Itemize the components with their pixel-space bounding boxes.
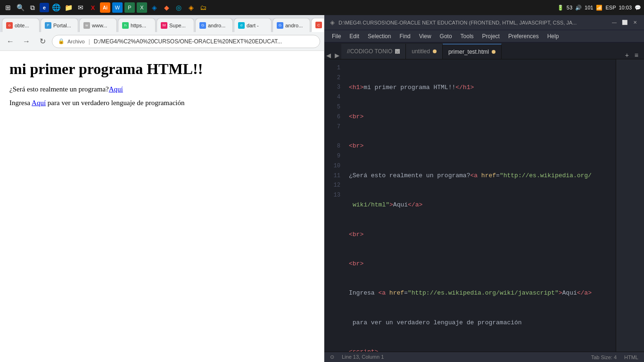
menu-find[interactable]: Find: [396, 32, 414, 41]
menu-project[interactable]: Project: [479, 32, 504, 41]
battery-icon: 🔋: [557, 5, 564, 11]
line-6: 6: [324, 112, 345, 122]
menu-preferences[interactable]: Preferences: [504, 32, 543, 41]
tab-left-arrow[interactable]: ◀: [324, 52, 333, 59]
code-content[interactable]: <h1>mi primer programa HTML!!</h1> <br> …: [345, 59, 616, 352]
app4-icon[interactable]: ◆: [161, 2, 172, 13]
code-line-4: ¿Será esto realmente un programa?<a href…: [349, 171, 616, 181]
vscode-icon[interactable]: ◈: [149, 2, 159, 13]
editor-tab-1[interactable]: //CODIGO TONIO ✕: [341, 44, 406, 59]
address-bar[interactable]: 🔒 Archivo | D:/MEG4/%C2%A0%20CURSOS/ONE-…: [52, 35, 320, 48]
browser-tab-3[interactable]: w www...: [79, 18, 117, 32]
reload-button[interactable]: ↻: [36, 35, 49, 48]
tab-menu-button[interactable]: ≡: [633, 51, 640, 59]
battery-level: 53: [567, 5, 572, 10]
menu-selection[interactable]: Selection: [364, 32, 395, 41]
app2-icon[interactable]: P: [124, 2, 135, 13]
para2-suffix: para ver un verdadero lenguaje de progra…: [46, 99, 184, 107]
minimize-button[interactable]: —: [611, 19, 618, 26]
minimap: [616, 59, 644, 352]
browser-tab-9[interactable]: C Curs...: [311, 18, 324, 32]
line-10: 10: [324, 161, 345, 171]
code-editor[interactable]: 1 2 3 4 5 6 7 8 9 10 11 12 13 <h1>mi pri…: [324, 59, 644, 352]
line-11: 11: [324, 171, 345, 181]
maximize-button[interactable]: ⬜: [621, 19, 628, 26]
forward-button[interactable]: →: [20, 35, 33, 48]
page-heading: mi primer programa HTML!!: [9, 60, 314, 78]
search-icon[interactable]: 🔍: [15, 2, 25, 13]
browser-tab-1[interactable]: o obte...: [2, 18, 40, 32]
clock: 10:03: [619, 5, 632, 10]
lock-icon: 🔒: [58, 38, 65, 44]
editor-panel: ◈ D:\MEG4\ CURSOS\ONE-ORACLE NEXT EDUCAT…: [324, 15, 644, 362]
tab-favicon-2: P: [45, 22, 51, 29]
line-4: 4: [324, 92, 345, 102]
code-line-2: <br>: [349, 112, 616, 122]
browser-tab-4[interactable]: h https...: [118, 18, 156, 32]
browser-tab-2[interactable]: P Portal...: [41, 18, 78, 32]
editor-tab-2[interactable]: untitled: [406, 44, 443, 59]
editor-tab-3[interactable]: primer_test.html: [443, 44, 502, 59]
browser-panel: o obte... P Portal... w www... h https..…: [0, 15, 324, 362]
menu-tools[interactable]: Tools: [457, 32, 478, 41]
browser-tab-8[interactable]: G andro...: [272, 18, 310, 32]
code-line-5: <br>: [349, 230, 616, 240]
new-tab-button[interactable]: +: [623, 51, 631, 59]
browser-tab-6[interactable]: G andro...: [195, 18, 233, 32]
dart-icon[interactable]: ◎: [173, 2, 184, 13]
code-line-8: <script>: [349, 347, 616, 352]
folder-icon[interactable]: 📁: [63, 2, 74, 13]
files-icon[interactable]: 🗂: [198, 2, 208, 13]
code-line-7: Ingresa <a href="http://es.wikipedia.org…: [349, 288, 616, 298]
tab2-dot: [433, 49, 437, 53]
browser-icon[interactable]: 🌐: [51, 2, 61, 13]
para1: ¿Será esto realmente un programa?Aquí: [9, 85, 314, 93]
editor-main-area: 1 2 3 4 5 6 7 8 9 10 11 12 13 <h1>mi pri…: [324, 59, 644, 352]
back-button[interactable]: ←: [4, 35, 17, 48]
network-icon: 📶: [596, 5, 603, 11]
lang-indicator: ESP: [605, 5, 616, 10]
line-7: 7: [324, 122, 345, 132]
app1-icon[interactable]: W: [112, 2, 123, 13]
code-line-1: <h1>mi primer programa HTML!!</h1>: [349, 83, 616, 93]
tab-favicon-6: G: [199, 22, 206, 29]
twitter-icon[interactable]: X: [88, 2, 98, 13]
tab-favicon-4: h: [122, 22, 129, 29]
line-13: 13: [324, 190, 345, 200]
status-icon: ⊙: [330, 354, 334, 360]
notification-icon[interactable]: 💬: [635, 5, 641, 11]
task-view-icon[interactable]: ⧉: [27, 2, 38, 13]
editor-tabs: ◀ ▶ //CODIGO TONIO ✕ untitled primer_tes…: [324, 42, 644, 59]
mail-icon[interactable]: ✉: [75, 2, 86, 13]
para2-link[interactable]: Aquí: [32, 99, 46, 107]
close-button[interactable]: ✕: [632, 19, 638, 26]
tab2-label: untitled: [412, 48, 430, 55]
menu-view[interactable]: View: [415, 32, 435, 41]
app3-icon[interactable]: X: [137, 2, 147, 13]
line-3: 3: [324, 83, 345, 93]
menu-edit[interactable]: Edit: [346, 32, 363, 41]
menu-help[interactable]: Help: [544, 32, 563, 41]
start-icon[interactable]: ⊞: [3, 2, 13, 13]
browser-tabs: o obte... P Portal... w www... h https..…: [0, 15, 324, 32]
menu-goto[interactable]: Goto: [436, 32, 456, 41]
code-line-7b: para ver un verdadero lenguaje de progra…: [349, 318, 616, 328]
window-controls: — ⬜ ✕: [611, 19, 638, 26]
browser-tab-7[interactable]: d dart -: [234, 18, 272, 32]
archive-label: Archivo: [67, 39, 85, 44]
code-line-4b: wiki/html">Aquí</a>: [349, 200, 616, 210]
menu-file[interactable]: File: [328, 32, 345, 41]
tab1-close[interactable]: ✕: [395, 49, 400, 54]
tab-favicon-1: o: [6, 22, 13, 29]
volume-icon: 🔊: [575, 5, 582, 11]
browser-tab-5[interactable]: M Supe...: [157, 18, 194, 32]
ai-icon[interactable]: Ai: [100, 2, 110, 13]
tab-favicon-5: M: [161, 22, 167, 29]
tab-right-arrow[interactable]: ▶: [333, 52, 341, 59]
tab-favicon-9: C: [315, 22, 322, 28]
sublime-icon[interactable]: ◈: [186, 2, 196, 13]
tab3-dot: [492, 50, 495, 54]
para1-link[interactable]: Aquí: [109, 85, 123, 93]
code-line-6: <br>: [349, 259, 616, 269]
ie-icon[interactable]: e: [40, 3, 49, 12]
